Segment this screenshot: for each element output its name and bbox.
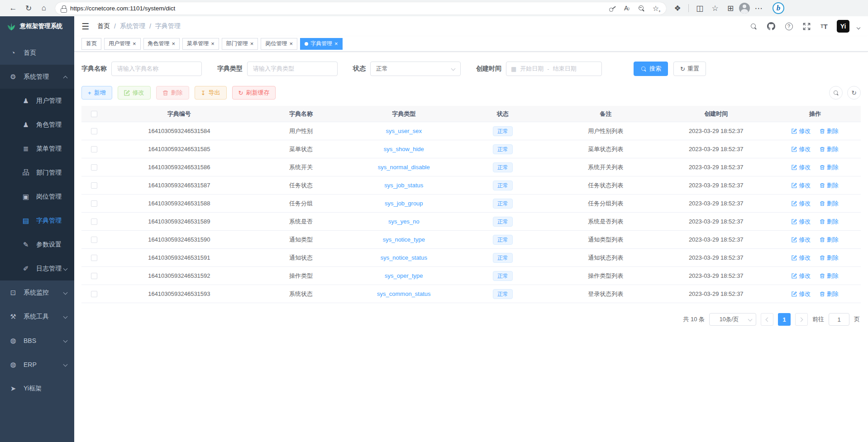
dict-type-input[interactable]: 请输入字典类型	[247, 62, 338, 76]
tab[interactable]: 用户管理 ×	[104, 38, 141, 50]
search-icon[interactable]	[749, 21, 758, 31]
tab[interactable]: 首页	[81, 38, 101, 50]
dict-type-link[interactable]: sys_notice_status	[381, 254, 427, 261]
row-checkbox[interactable]	[91, 219, 97, 225]
export-button[interactable]: ↧ 导出	[195, 86, 227, 100]
read-aloud-icon[interactable]: A)	[621, 2, 633, 14]
tab[interactable]: 菜单管理 ×	[182, 38, 219, 50]
row-edit-link[interactable]: 修改	[792, 218, 811, 226]
toggle-search-button[interactable]	[829, 86, 843, 100]
refresh-table-button[interactable]: ↻	[847, 86, 861, 100]
tab[interactable]: 岗位管理 ×	[261, 38, 297, 50]
row-edit-link[interactable]: 修改	[792, 254, 811, 262]
favorite-add-icon[interactable]: ☆+	[650, 2, 662, 14]
row-edit-link[interactable]: 修改	[792, 127, 811, 135]
next-page-button[interactable]	[795, 313, 808, 326]
dict-name-input[interactable]: 请输入字典名称	[111, 62, 202, 76]
dict-type-link[interactable]: sys_job_status	[384, 182, 423, 189]
sidebar-item[interactable]: ◔ 首页	[0, 41, 74, 65]
sidebar-item[interactable]: ⚙ 系统管理	[0, 65, 74, 89]
row-delete-link[interactable]: 删除	[820, 181, 839, 190]
select-all-checkbox[interactable]	[91, 111, 97, 117]
browser-essentials-icon[interactable]: ❖	[671, 2, 684, 14]
search-button[interactable]: 搜索	[634, 62, 668, 76]
sidebar-item[interactable]: ✐ 日志管理	[0, 257, 74, 280]
page-number[interactable]: 1	[778, 313, 791, 326]
row-edit-link[interactable]: 修改	[792, 290, 811, 298]
help-icon[interactable]: ?	[784, 21, 794, 31]
dict-type-link[interactable]: sys_user_sex	[386, 128, 422, 134]
row-delete-link[interactable]: 删除	[820, 200, 839, 208]
status-select[interactable]: 正常	[370, 62, 461, 76]
sidebar-item[interactable]: ➤ Yi框架	[0, 376, 74, 400]
bing-copilot-icon[interactable]: b	[773, 2, 784, 14]
row-checkbox[interactable]	[91, 164, 97, 171]
page-size-select[interactable]: 10条/页	[709, 313, 756, 326]
reload-icon[interactable]: ↻	[22, 2, 35, 14]
tab-close-icon[interactable]: ×	[172, 40, 176, 47]
tab-close-icon[interactable]: ×	[133, 40, 136, 47]
row-edit-link[interactable]: 修改	[792, 181, 811, 190]
date-range-picker[interactable]: ▦ 开始日期 - 结束日期	[506, 62, 602, 76]
home-icon[interactable]: ⌂	[37, 2, 51, 14]
sidebar-item[interactable]: ◍ BBS	[0, 328, 74, 352]
sidebar-item[interactable]: ♟ 角色管理	[0, 113, 74, 137]
dict-type-link[interactable]: sys_notice_type	[383, 236, 425, 243]
row-delete-link[interactable]: 删除	[820, 163, 839, 171]
sidebar-item[interactable]: ♟ 用户管理	[0, 89, 74, 113]
dict-type-link[interactable]: sys_job_group	[385, 200, 423, 207]
row-checkbox[interactable]	[91, 200, 97, 207]
dict-type-link[interactable]: sys_oper_type	[385, 272, 423, 279]
dict-type-link[interactable]: sys_yes_no	[388, 218, 420, 225]
dict-type-link[interactable]: sys_common_status	[377, 290, 431, 297]
tab[interactable]: 字典管理 ×	[300, 38, 343, 50]
row-delete-link[interactable]: 删除	[820, 236, 839, 244]
row-delete-link[interactable]: 删除	[820, 254, 839, 262]
sidebar-item[interactable]: 品 部门管理	[0, 161, 74, 185]
refresh-cache-button[interactable]: ↻ 刷新缓存	[232, 86, 276, 100]
row-checkbox[interactable]	[91, 255, 97, 261]
row-edit-link[interactable]: 修改	[792, 145, 811, 153]
url-bar[interactable]: https://ccnetcore.com:1101/system/dict A…	[55, 2, 666, 14]
sidebar-collapse-icon[interactable]: ☰	[81, 21, 89, 32]
row-edit-link[interactable]: 修改	[792, 272, 811, 280]
collections-icon[interactable]: ⊞	[724, 2, 737, 14]
dict-type-link[interactable]: sys_show_hide	[384, 146, 424, 152]
row-edit-link[interactable]: 修改	[792, 163, 811, 171]
row-delete-link[interactable]: 删除	[820, 145, 839, 153]
favorites-icon[interactable]: ☆	[708, 2, 722, 14]
zoom-out-icon[interactable]	[635, 2, 647, 14]
sidebar-item[interactable]: ◍ ERP	[0, 352, 74, 376]
row-checkbox[interactable]	[91, 182, 97, 189]
row-delete-link[interactable]: 删除	[820, 218, 839, 226]
row-delete-link[interactable]: 删除	[820, 127, 839, 135]
add-button[interactable]: + 新增	[81, 86, 112, 100]
tab-close-icon[interactable]: ×	[250, 40, 254, 47]
row-edit-link[interactable]: 修改	[792, 236, 811, 244]
tab-close-icon[interactable]: ×	[211, 40, 215, 47]
split-screen-icon[interactable]: ◫	[693, 2, 706, 14]
sidebar-item[interactable]: ✎ 参数设置	[0, 233, 74, 257]
user-avatar[interactable]: Yi	[837, 20, 849, 33]
fullscreen-icon[interactable]	[801, 21, 811, 31]
sidebar-item[interactable]: ⚒ 系统工具	[0, 304, 74, 328]
row-checkbox[interactable]	[91, 128, 97, 134]
row-delete-link[interactable]: 删除	[820, 290, 839, 298]
dict-type-link[interactable]: sys_normal_disable	[378, 164, 430, 171]
sidebar-item[interactable]: ▣ 岗位管理	[0, 185, 74, 209]
tab-close-icon[interactable]: ×	[289, 40, 293, 47]
row-delete-link[interactable]: 删除	[820, 272, 839, 280]
font-size-icon[interactable]: TT	[819, 21, 829, 31]
tab[interactable]: 角色管理 ×	[143, 38, 180, 50]
browser-profile-avatar[interactable]	[739, 3, 750, 14]
sidebar-item[interactable]: ▤ 字典管理	[0, 209, 74, 233]
edit-button[interactable]: 修改	[118, 86, 151, 100]
sidebar-item[interactable]: ≣ 菜单管理	[0, 137, 74, 161]
delete-button[interactable]: 删除	[156, 86, 189, 100]
row-checkbox[interactable]	[91, 146, 97, 152]
row-checkbox[interactable]	[91, 291, 97, 297]
row-checkbox[interactable]	[91, 237, 97, 243]
reset-button[interactable]: ↻ 重置	[673, 62, 706, 76]
tab-close-icon[interactable]: ×	[334, 40, 338, 47]
url-text[interactable]: https://ccnetcore.com:1101/system/dict	[70, 5, 606, 12]
